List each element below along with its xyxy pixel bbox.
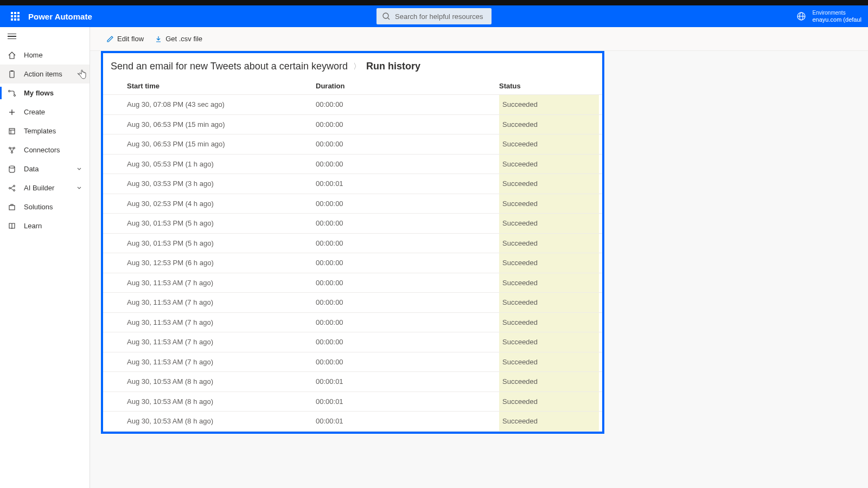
sidebar-item-templates[interactable]: Templates — [0, 121, 90, 140]
data-icon — [8, 165, 16, 174]
templates-icon — [8, 127, 16, 136]
search-icon — [382, 12, 391, 21]
header-status[interactable]: Status — [499, 82, 602, 90]
sidebar-item-ai-builder[interactable]: AI Builder — [0, 178, 90, 197]
svg-point-19 — [14, 185, 15, 187]
table-row[interactable]: Aug 30, 11:53 AM (7 h ago)00:00:00Succee… — [103, 332, 602, 352]
table-row[interactable]: Aug 30, 03:53 PM (3 h ago)00:00:01Succee… — [103, 174, 602, 194]
sidebar-item-my-flows[interactable]: My flows — [0, 84, 90, 102]
edit-flow-button[interactable]: Edit flow — [106, 35, 144, 43]
svg-line-1 — [388, 18, 390, 20]
svg-point-18 — [9, 187, 11, 189]
table-row[interactable]: Aug 30, 06:53 PM (15 min ago)00:00:00Suc… — [103, 134, 602, 155]
cell-duration: 00:00:00 — [316, 160, 499, 168]
learn-icon — [8, 222, 16, 230]
table-row[interactable]: Aug 30, 11:53 AM (7 h ago)00:00:00Succee… — [103, 313, 602, 333]
hamburger-icon — [8, 34, 16, 40]
content-area: Edit flow Get .csv file Send an email fo… — [90, 27, 868, 488]
table-row[interactable]: Aug 30, 11:53 AM (7 h ago)00:00:00Succee… — [103, 293, 602, 313]
table-row[interactable]: Aug 30, 10:53 AM (8 h ago)00:00:01Succee… — [103, 412, 602, 432]
table-row[interactable]: Aug 30, 01:53 PM (5 h ago)00:00:00Succee… — [103, 234, 602, 254]
table-row[interactable]: Aug 30, 11:53 AM (7 h ago)00:00:00Succee… — [103, 352, 602, 373]
home-icon — [8, 51, 16, 60]
connectors-icon — [8, 146, 16, 155]
cell-status: Succeeded — [499, 115, 599, 134]
header-duration[interactable]: Duration — [316, 82, 499, 90]
run-history-table: Start time Duration Status Aug 30, 07:08… — [103, 78, 602, 432]
header-start-time[interactable]: Start time — [127, 82, 316, 90]
table-row[interactable]: Aug 30, 05:53 PM (1 h ago)00:00:00Succee… — [103, 155, 602, 175]
cell-duration: 00:00:00 — [316, 259, 499, 267]
table-row[interactable]: Aug 30, 06:53 PM (15 min ago)00:00:00Suc… — [103, 115, 602, 135]
solutions-icon — [8, 203, 16, 211]
cell-status: Succeeded — [499, 372, 599, 391]
cell-status: Succeeded — [499, 253, 599, 273]
cell-start-time: Aug 30, 11:53 AM (7 h ago) — [127, 318, 316, 326]
cell-duration: 00:00:01 — [316, 377, 499, 386]
search-input[interactable] — [376, 8, 492, 24]
download-icon — [155, 35, 162, 43]
run-history-panel: Send an email for new Tweets about a cer… — [101, 51, 604, 434]
cell-status: Succeeded — [499, 273, 599, 293]
edit-flow-label: Edit flow — [117, 35, 144, 43]
sidebar-item-data[interactable]: Data — [0, 159, 90, 178]
svg-rect-11 — [9, 129, 15, 134]
cell-duration: 00:00:00 — [316, 279, 499, 287]
cell-start-time: Aug 30, 05:53 PM (1 h ago) — [127, 160, 316, 168]
cell-duration: 00:00:00 — [316, 298, 499, 306]
svg-line-22 — [11, 188, 14, 190]
search-wrap — [376, 8, 492, 24]
cell-start-time: Aug 30, 06:53 PM (15 min ago) — [127, 140, 316, 148]
environment-picker[interactable]: Environments enayu.com (defaul — [813, 9, 862, 23]
sidebar-item-label: My flows — [24, 89, 54, 97]
command-bar: Edit flow Get .csv file — [90, 27, 868, 51]
sidebar-toggle[interactable] — [0, 27, 90, 46]
sidebar-item-connectors[interactable]: Connectors — [0, 140, 90, 159]
svg-point-8 — [14, 94, 16, 96]
environment-label: Environments — [813, 9, 862, 16]
cell-start-time: Aug 30, 11:53 AM (7 h ago) — [127, 279, 316, 287]
cell-start-time: Aug 30, 02:53 PM (4 h ago) — [127, 200, 316, 208]
create-icon — [8, 108, 16, 117]
browser-strip — [0, 0, 868, 5]
cell-start-time: Aug 30, 11:53 AM (7 h ago) — [127, 358, 316, 366]
table-row[interactable]: Aug 30, 12:53 PM (6 h ago)00:00:00Succee… — [103, 253, 602, 273]
svg-point-20 — [14, 189, 15, 191]
sidebar-item-create[interactable]: Create — [0, 102, 90, 121]
cell-duration: 00:00:01 — [316, 397, 499, 406]
cell-status: Succeeded — [499, 412, 599, 431]
table-row[interactable]: Aug 30, 11:53 AM (7 h ago)00:00:00Succee… — [103, 273, 602, 293]
svg-rect-23 — [9, 206, 15, 210]
app-launcher-button[interactable] — [4, 5, 26, 27]
cell-duration: 00:00:01 — [316, 179, 499, 188]
cell-start-time: Aug 30, 01:53 PM (5 h ago) — [127, 219, 316, 227]
sidebar-item-label: AI Builder — [24, 184, 54, 192]
waffle-icon — [11, 12, 20, 21]
sidebar-item-label: Solutions — [24, 203, 53, 211]
environment-value: enayu.com (defaul — [813, 16, 862, 23]
table-row[interactable]: Aug 30, 10:53 AM (8 h ago)00:00:01Succee… — [103, 372, 602, 392]
cell-duration: 00:00:00 — [316, 120, 499, 129]
sidebar-item-home[interactable]: Home — [0, 46, 90, 65]
sidebar-item-action-items[interactable]: Action items — [0, 65, 90, 84]
table-row[interactable]: Aug 30, 10:53 AM (8 h ago)00:00:01Succee… — [103, 392, 602, 412]
cell-start-time: Aug 30, 01:53 PM (5 h ago) — [127, 239, 316, 247]
breadcrumb-flow-name[interactable]: Send an email for new Tweets about a cer… — [111, 61, 348, 72]
cell-status: Succeeded — [499, 174, 599, 194]
brand-title: Power Automate — [28, 12, 92, 21]
sidebar-item-solutions[interactable]: Solutions — [0, 197, 90, 216]
sidebar-item-learn[interactable]: Learn — [0, 216, 90, 235]
sidebar-item-label: Action items — [24, 70, 62, 78]
table-row[interactable]: Aug 30, 01:53 PM (5 h ago)00:00:00Succee… — [103, 214, 602, 234]
cell-start-time: Aug 30, 07:08 PM (43 sec ago) — [127, 100, 316, 108]
cell-duration: 00:00:00 — [316, 219, 499, 227]
get-csv-button[interactable]: Get .csv file — [155, 35, 202, 43]
table-row[interactable]: Aug 30, 07:08 PM (43 sec ago)00:00:00Suc… — [103, 95, 602, 115]
cell-duration: 00:00:00 — [316, 140, 499, 148]
cell-start-time: Aug 30, 11:53 AM (7 h ago) — [127, 298, 316, 306]
table-row[interactable]: Aug 30, 02:53 PM (4 h ago)00:00:00Succee… — [103, 194, 602, 214]
cell-status: Succeeded — [499, 332, 599, 352]
cell-status: Succeeded — [499, 95, 599, 114]
environment-icon[interactable] — [796, 11, 806, 21]
cell-start-time: Aug 30, 06:53 PM (15 min ago) — [127, 120, 316, 129]
